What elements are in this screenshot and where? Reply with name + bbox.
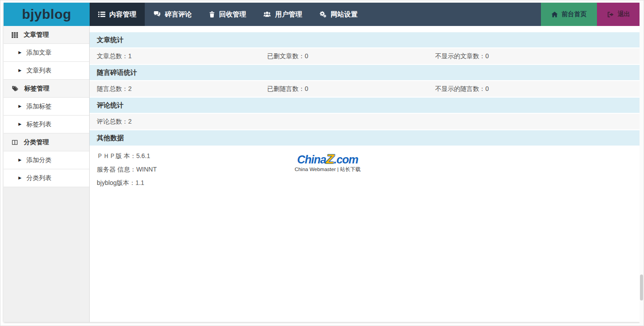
chinaz-ad-logo[interactable]: ChinaZ.com China Webmaster | 站长下载 — [290, 153, 366, 173]
frontend-home-button[interactable]: 前台首页 — [541, 3, 597, 26]
article-stats-row: 文章总数：1 已删文章数：0 不显示的文章数：0 — [90, 48, 640, 64]
nav-item-site-settings[interactable]: 网站设置 — [311, 3, 366, 26]
nav-item-label: 用户管理 — [275, 10, 302, 19]
caret-right-icon: ▶ — [18, 176, 22, 180]
section-title-other-data: 其他数据 — [90, 130, 640, 146]
tags-icon — [12, 86, 18, 92]
sidebar-item-tag-management[interactable]: 标签管理 — [4, 80, 89, 98]
users-icon — [263, 11, 271, 18]
sidebar: 文章管理 ▶ 添加文章 ▶ 文章列表 标签管理 ▶ 添加标签 ▶ — [4, 26, 90, 322]
sidebar-item-category-list[interactable]: ▶ 分类列表 — [4, 169, 89, 187]
caret-right-icon: ▶ — [18, 69, 22, 73]
trash-icon — [209, 11, 215, 18]
stat-whisper-deleted: 已删随言数：0 — [267, 85, 435, 93]
nav-item-label: 碎言评论 — [165, 10, 192, 19]
whisper-stats-row: 随言总数：2 已删随言数：0 不显示的随言数：0 — [90, 81, 640, 97]
bjyblog-version-line: bjyblog版本：1.1 — [97, 176, 640, 189]
sidebar-item-category-management[interactable]: 分类管理 — [4, 133, 89, 151]
server-info-line: 服务器 信息：WINNT — [97, 163, 640, 176]
brand-logo[interactable]: bjyblog — [4, 3, 90, 26]
section-title-comment-stats: 评论统计 — [90, 98, 640, 113]
caret-right-icon: ▶ — [18, 104, 22, 108]
sidebar-item-label: 文章管理 — [24, 31, 49, 39]
sidebar-item-label: 标签管理 — [24, 85, 49, 93]
nav-item-label: 回收管理 — [219, 10, 246, 19]
stat-whisper-hidden: 不显示的随言数：0 — [435, 85, 640, 93]
stat-comment-total: 评论总数：2 — [90, 118, 267, 126]
nav-item-comments[interactable]: 碎言评论 — [145, 3, 200, 26]
sidebar-item-add-article[interactable]: ▶ 添加文章 — [4, 44, 89, 62]
gears-icon — [319, 11, 327, 18]
stat-article-deleted: 已删文章数：0 — [267, 52, 435, 60]
sidebar-item-label: 分类管理 — [24, 138, 49, 146]
nav-item-recycle[interactable]: 回收管理 — [200, 3, 255, 26]
caret-right-icon: ▶ — [18, 122, 22, 126]
stat-whisper-total: 随言总数：2 — [90, 85, 267, 93]
nav-items: 内容管理 碎言评论 回收管理 — [90, 3, 366, 26]
stat-article-hidden: 不显示的文章数：0 — [435, 52, 640, 60]
comment-stats-row: 评论总数：2 — [90, 114, 640, 129]
grid-icon — [12, 32, 18, 38]
comments-icon — [153, 11, 161, 18]
nav-item-content-management[interactable]: 内容管理 — [90, 3, 145, 26]
vertical-scrollbar[interactable] — [640, 0, 644, 326]
sidebar-item-label: 添加文章 — [26, 49, 52, 57]
chinaz-wordmark: ChinaZ.com — [290, 153, 366, 166]
caret-right-icon: ▶ — [18, 51, 22, 55]
sidebar-item-label: 标签列表 — [26, 120, 52, 129]
php-version-line: ＰＨＰ版 本：5.6.1 — [97, 149, 640, 163]
chinaz-word-china: China — [297, 153, 326, 166]
section-title-article-stats: 文章统计 — [90, 32, 640, 47]
home-icon — [551, 11, 558, 18]
top-navbar: bjyblog 内容管理 碎言评论 — [4, 3, 640, 26]
nav-item-label: 内容管理 — [109, 10, 136, 19]
other-data-section: ＰＨＰ版 本：5.6.1 服务器 信息：WINNT bjyblog版本：1.1 … — [90, 146, 640, 205]
nav-item-users[interactable]: 用户管理 — [255, 3, 311, 26]
stat-article-total: 文章总数：1 — [90, 52, 267, 60]
sidebar-item-tag-list[interactable]: ▶ 标签列表 — [4, 116, 89, 133]
chinaz-word-z: Z — [326, 151, 333, 166]
sign-out-icon — [607, 11, 614, 18]
sidebar-item-article-list[interactable]: ▶ 文章列表 — [4, 62, 89, 80]
admin-app: bjyblog 内容管理 碎言评论 — [4, 3, 640, 322]
nav-item-label: 网站设置 — [331, 10, 358, 19]
columns-icon — [12, 139, 18, 146]
caret-right-icon: ▶ — [18, 158, 22, 162]
list-icon — [98, 11, 105, 18]
sidebar-item-label: 分类列表 — [26, 174, 52, 182]
main-content: 文章统计 文章总数：1 已删文章数：0 不显示的文章数：0 随言碎语统计 随言总… — [90, 26, 640, 322]
browser-viewport: bjyblog 内容管理 碎言评论 — [0, 0, 644, 326]
section-title-whisper-stats: 随言碎语统计 — [90, 65, 640, 80]
sidebar-item-label: 添加分类 — [26, 156, 52, 164]
scrollbar-thumb[interactable] — [640, 275, 643, 300]
chinaz-word-com: .com — [334, 153, 358, 166]
sidebar-item-add-tag[interactable]: ▶ 添加标签 — [4, 98, 89, 116]
sidebar-item-article-management[interactable]: 文章管理 — [4, 26, 89, 44]
logout-label: 退出 — [618, 10, 630, 18]
sidebar-item-add-category[interactable]: ▶ 添加分类 — [4, 151, 89, 169]
nav-right-buttons: 前台首页 退出 — [541, 3, 640, 26]
chinaz-tagline: China Webmaster | 站长下载 — [290, 166, 366, 173]
sidebar-item-label: 文章列表 — [26, 67, 52, 75]
frontend-home-label: 前台首页 — [562, 10, 587, 18]
sidebar-item-label: 添加标签 — [26, 103, 52, 111]
logout-button[interactable]: 退出 — [597, 3, 640, 26]
